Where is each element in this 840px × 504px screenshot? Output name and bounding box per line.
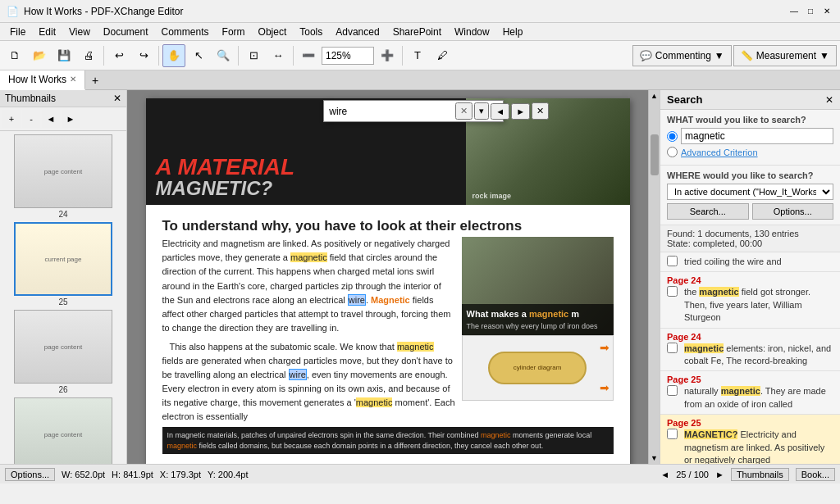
result-check-2[interactable] <box>667 343 678 353</box>
menu-edit[interactable]: Edit <box>32 25 62 39</box>
doc-content: To understand why, you have to look at t… <box>146 205 630 462</box>
found-state: State: completed, 00:00 <box>667 238 833 248</box>
menu-window[interactable]: Window <box>448 25 496 39</box>
save-button[interactable]: 💾 <box>52 44 75 67</box>
typewriter-button[interactable]: 🖊 <box>431 44 454 67</box>
search-panel-close[interactable]: ✕ <box>825 94 833 106</box>
menu-file[interactable]: File <box>3 25 32 39</box>
doc-search-next[interactable]: ► <box>511 103 530 120</box>
zoom-tool-button[interactable]: 🔍 <box>212 44 235 67</box>
status-bar: Options... W: 652.0pt H: 841.9pt X: 179.… <box>0 464 840 484</box>
new-button[interactable]: 🗋 <box>3 44 26 67</box>
result-item-3[interactable]: Page 25 naturally magnetic. They are mad… <box>660 371 840 415</box>
advanced-criterion-link[interactable]: Advanced Criterion <box>681 148 758 157</box>
active-tab[interactable]: How It Works ✕ <box>0 70 85 90</box>
fit-page-button[interactable]: ⊡ <box>242 44 265 67</box>
menu-bar: File Edit View Document Comments Form Ob… <box>0 23 840 41</box>
search-radio-text[interactable] <box>667 131 678 142</box>
maximize-button[interactable]: □ <box>804 5 817 18</box>
menu-form[interactable]: Form <box>216 25 252 39</box>
thumbnail-26[interactable]: page content 26 <box>3 310 123 394</box>
sidebar-nav-prev[interactable]: ◄ <box>42 110 60 128</box>
where-select[interactable]: In active document ("How_It_Works_Issue.… <box>667 184 833 200</box>
result-check-1[interactable] <box>667 286 678 297</box>
search-radio-advanced[interactable] <box>667 147 678 157</box>
menu-advanced[interactable]: Advanced <box>329 25 386 39</box>
result-item-2[interactable]: Page 24 magnetic elements: iron, nickel,… <box>660 329 840 372</box>
scroll-down-button[interactable]: ▼ <box>649 452 660 464</box>
doc-search-prev[interactable]: ◄ <box>491 103 509 120</box>
toolbar-sep5 <box>402 46 403 66</box>
result-page-1: Page 24 <box>667 275 833 285</box>
result-item-1[interactable]: Page 24 the magnetic field got stronger.… <box>660 272 840 328</box>
page-nav-prev[interactable]: ◄ <box>660 470 669 479</box>
menu-view[interactable]: View <box>62 25 97 39</box>
add-tab-button[interactable]: + <box>85 70 105 90</box>
sidebar-close-button[interactable]: ✕ <box>113 93 121 104</box>
zoom-out-button[interactable]: ➖ <box>297 44 320 67</box>
what-label: WHAT would you like to search? <box>667 115 833 125</box>
advanced-criterion-row: Advanced Criterion <box>667 147 833 157</box>
redo-button[interactable]: ↪ <box>132 44 155 67</box>
highlight-magnetic-3: magnetic <box>356 397 393 407</box>
measurement-button[interactable]: 📏 Measurement ▼ <box>733 45 837 66</box>
doc-search-clear[interactable]: ✕ <box>455 102 472 120</box>
sidebar: Thumbnails ✕ + - ◄ ► page content 24 cur… <box>0 90 127 464</box>
search-panel: Search ✕ WHAT would you like to search? … <box>660 90 840 464</box>
sidebar-zoom-in[interactable]: + <box>2 110 21 128</box>
undo-button[interactable]: ↩ <box>107 44 130 67</box>
scroll-up-button[interactable]: ▲ <box>649 90 660 102</box>
thumbnails-tab-button[interactable]: Thumbnails <box>731 468 789 481</box>
print-button[interactable]: 🖨 <box>77 44 100 67</box>
status-options-button[interactable]: Options... <box>5 468 55 481</box>
bookmarks-tab-button[interactable]: Book... <box>796 468 835 481</box>
text-button[interactable]: T <box>406 44 429 67</box>
commenting-button[interactable]: 💬 Commenting ▼ <box>632 45 732 66</box>
menu-help[interactable]: Help <box>496 25 530 39</box>
menu-object[interactable]: Object <box>252 25 294 39</box>
result-check-0[interactable] <box>667 256 678 266</box>
thumbnail-24[interactable]: page content 24 <box>3 134 123 219</box>
close-button[interactable]: ✕ <box>820 5 833 18</box>
document-area[interactable]: ✕ ▾ ◄ ► ✕ A MATERIAL MAGNETIC? rock imag… <box>127 90 660 464</box>
tab-close-button[interactable]: ✕ <box>70 75 76 84</box>
select-button[interactable]: ↖ <box>187 44 210 67</box>
result-text-1: the magnetic field got stronger. Then, f… <box>684 286 833 324</box>
search-text-input[interactable] <box>681 128 833 144</box>
result-check-3[interactable] <box>667 385 678 396</box>
menu-comments[interactable]: Comments <box>155 25 216 39</box>
window-title: How It Works - PDF-XChange Editor <box>24 6 184 17</box>
zoom-in-button[interactable]: ➕ <box>376 44 399 67</box>
result-item-4[interactable]: Page 25 MAGNETIC? Electricity and magnet… <box>660 415 840 464</box>
menu-document[interactable]: Document <box>97 25 155 39</box>
scroll-thumb[interactable] <box>651 134 659 175</box>
tab-label: How It Works <box>8 74 66 85</box>
doc-heading: To understand why, you have to look at t… <box>162 218 614 234</box>
tab-bar: How It Works ✕ + <box>0 70 840 90</box>
app-icon: 📄 <box>7 6 19 17</box>
thumbnail-25[interactable]: current page 25 <box>3 222 123 306</box>
fit-width-button[interactable]: ↔ <box>267 44 290 67</box>
doc-search-filter[interactable]: ▾ <box>474 102 489 120</box>
search-options-button[interactable]: Options... <box>752 203 834 220</box>
open-button[interactable]: 📂 <box>28 44 51 67</box>
result-check-4[interactable] <box>667 429 678 439</box>
commenting-label: Commenting <box>655 50 711 61</box>
doc-search-close[interactable]: ✕ <box>532 102 549 120</box>
minimize-button[interactable]: — <box>788 5 801 18</box>
menu-sharepoint[interactable]: SharePoint <box>386 25 448 39</box>
result-item-0[interactable]: tried coiling the wire and <box>660 252 840 272</box>
hand-tool-button[interactable]: ✋ <box>162 44 185 67</box>
comment-icon: 💬 <box>640 50 652 61</box>
document-search-input[interactable] <box>327 104 454 119</box>
page-nav-next[interactable]: ► <box>715 470 724 479</box>
doc-scrollbar[interactable]: ▲ ▼ <box>648 90 660 464</box>
thumbnail-27[interactable]: page content 27 <box>3 397 123 464</box>
result-text-4: MAGNETIC? Electricity and magnetism are … <box>684 429 833 464</box>
search-execute-button[interactable]: Search... <box>667 203 749 220</box>
sidebar-nav-next[interactable]: ► <box>62 110 80 128</box>
thumbnail-label-26: 26 <box>58 385 67 394</box>
sidebar-zoom-out[interactable]: - <box>22 110 40 128</box>
toolbar: 🗋 📂 💾 🖨 ↩ ↪ ✋ ↖ 🔍 ⊡ ↔ ➖ 125% ➕ T 🖊 💬 Com… <box>0 41 840 70</box>
menu-tools[interactable]: Tools <box>293 25 329 39</box>
